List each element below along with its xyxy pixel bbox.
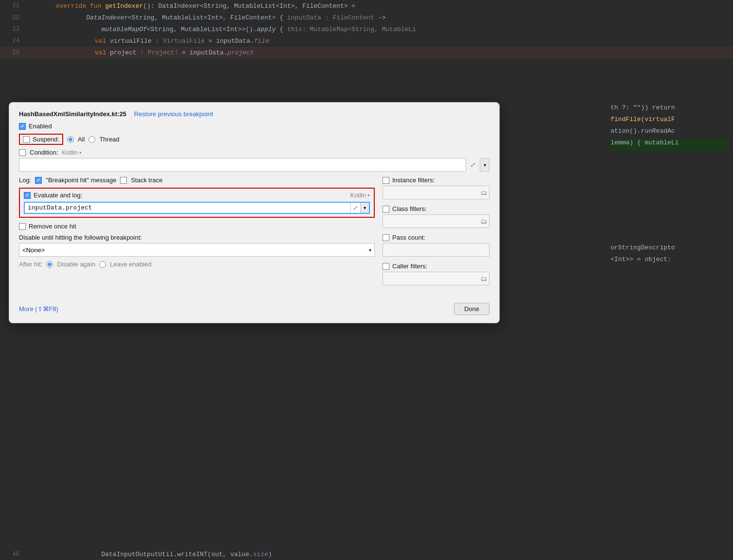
disable-until-section: Disable until hitting the following brea… — [19, 234, 375, 257]
folder-icon-caller: 🗂 — [480, 275, 487, 282]
instance-filters-checkbox[interactable] — [383, 177, 389, 184]
dialog-bottom: More (⇧⌘F8) Done — [19, 299, 489, 315]
disable-again-radio[interactable] — [46, 261, 53, 268]
instance-filters-row: Instance filters: — [383, 176, 489, 184]
condition-kotlin-dropdown[interactable]: Kotlin ▾ — [62, 149, 82, 156]
breakpoint-dialog: HashBasedXmlSimilarityIndex.kt:25 Restor… — [9, 102, 500, 323]
code-line-46: 46 DataInputOutputUtil.writeINT(out, val… — [0, 548, 733, 560]
pass-count-label: Pass count: — [392, 234, 425, 241]
instance-filters-section: Instance filters: 🗂 — [383, 176, 489, 199]
condition-expand-button[interactable]: ⤢ — [468, 160, 478, 170]
suspend-row: Suspend: All Thread — [19, 134, 489, 145]
dropdown-arrow: ▾ — [369, 247, 371, 253]
class-filters-label: Class filters: — [392, 205, 427, 212]
folder-icon-instance: 🗂 — [480, 189, 487, 196]
thread-label: Thread — [99, 136, 119, 143]
class-filters-section: Class filters: 🗂 — [383, 205, 489, 228]
condition-input[interactable] — [19, 158, 466, 172]
breakpoint-hit-label: "Breakpoint hit" message — [46, 176, 116, 184]
restore-breakpoint-link[interactable]: Restore previous breakpoint — [134, 110, 213, 118]
more-link[interactable]: More (⇧⌘F8) — [19, 305, 58, 313]
evaluate-kotlin-dropdown[interactable]: Kotlin ▾ — [350, 192, 370, 199]
enabled-row: Enabled — [19, 122, 489, 130]
evaluate-input-field[interactable] — [25, 203, 350, 213]
condition-label: Condition: — [30, 149, 58, 156]
all-label: All — [78, 136, 85, 143]
caller-filters-checkbox[interactable] — [383, 263, 389, 270]
condition-checkbox[interactable] — [19, 149, 26, 156]
dialog-left: Log: "Breakpoint hit" message Stack trac… — [19, 176, 375, 291]
remove-once-hit-label: Remove once hit — [29, 223, 76, 230]
disable-until-label: Disable until hitting the following brea… — [19, 234, 375, 241]
disable-until-value: <None> — [22, 246, 45, 254]
dialog-columns: Log: "Breakpoint hit" message Stack trac… — [19, 176, 489, 291]
evaluate-dropdown-button[interactable]: ▾ — [360, 203, 369, 213]
evaluate-log-label: Evaluate and log: — [34, 192, 82, 199]
log-label: Log: — [19, 176, 31, 184]
evaluate-input-wrapper: ⤢ ▾ — [24, 202, 370, 214]
class-filters-input[interactable]: 🗂 — [383, 214, 489, 228]
caller-filters-row: Caller filters: — [383, 262, 489, 270]
breakpoint-hit-checkbox[interactable] — [35, 177, 42, 184]
enabled-checkbox[interactable] — [19, 123, 26, 130]
dialog-header: HashBasedXmlSimilarityIndex.kt:25 Restor… — [19, 110, 489, 118]
code-line-25: 25 val project : Project! = inputData.pr… — [0, 47, 733, 58]
after-hit-row: After hit: Disable again Leave enabled — [19, 261, 375, 268]
evaluate-log-checkbox[interactable] — [24, 192, 31, 199]
leave-enabled-radio[interactable] — [99, 261, 106, 268]
remove-once-hit-row: Remove once hit — [19, 223, 375, 230]
enabled-label: Enabled — [29, 122, 52, 130]
suspend-checkbox[interactable] — [23, 136, 30, 143]
evaluate-expand-button[interactable]: ⤢ — [350, 203, 360, 213]
evaluate-header: Evaluate and log: Kotlin ▾ — [24, 192, 370, 199]
done-button[interactable]: Done — [454, 303, 489, 315]
condition-input-row: ⤢ ▾ — [19, 158, 489, 172]
evaluate-log-section: Evaluate and log: Kotlin ▾ ⤢ ▾ — [19, 188, 375, 218]
pass-count-row: Pass count: — [383, 234, 489, 241]
class-filters-checkbox[interactable] — [383, 206, 389, 212]
right-code-panel: th ?: "")) return findFile(virtualF atio… — [607, 102, 733, 269]
dialog-title: HashBasedXmlSimilarityIndex.kt:25 — [19, 110, 126, 118]
pass-count-input[interactable] — [383, 243, 489, 257]
pass-count-section: Pass count: — [383, 234, 489, 257]
dialog-right: Instance filters: 🗂 Class filters: 🗂 — [383, 176, 489, 291]
condition-dropdown-button[interactable]: ▾ — [480, 158, 489, 172]
pass-count-checkbox[interactable] — [383, 234, 389, 241]
instance-filters-label: Instance filters: — [392, 176, 435, 184]
stack-trace-checkbox[interactable] — [120, 177, 127, 184]
after-hit-label: After hit: — [19, 261, 42, 268]
instance-filters-input[interactable]: 🗂 — [383, 186, 489, 199]
disable-until-dropdown[interactable]: <None> ▾ — [19, 243, 375, 257]
thread-radio[interactable] — [88, 136, 95, 143]
condition-row: Condition: Kotlin ▾ — [19, 149, 489, 156]
folder-icon-class: 🗂 — [480, 217, 487, 225]
caller-filters-label: Caller filters: — [392, 262, 427, 270]
remove-once-hit-checkbox[interactable] — [19, 223, 26, 230]
disable-again-label: Disable again — [57, 261, 95, 268]
stack-trace-label: Stack trace — [131, 176, 162, 184]
suspend-label: Suspend: — [33, 136, 59, 143]
caller-filters-input[interactable]: 🗂 — [383, 272, 489, 285]
all-radio[interactable] — [67, 136, 74, 143]
leave-enabled-label: Leave enabled — [110, 261, 151, 268]
caller-filters-section: Caller filters: 🗂 — [383, 262, 489, 285]
class-filters-row: Class filters: — [383, 205, 489, 212]
log-row: Log: "Breakpoint hit" message Stack trac… — [19, 176, 375, 184]
